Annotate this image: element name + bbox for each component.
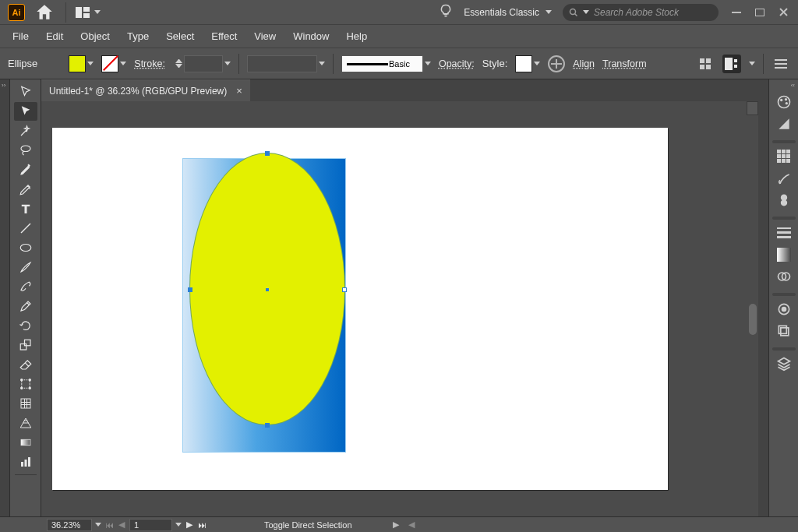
chevron-down-icon[interactable] xyxy=(175,523,182,527)
stroke-weight-spinner[interactable] xyxy=(175,59,182,68)
panel-menu-button[interactable] xyxy=(772,55,790,73)
stroke-panel-icon[interactable] xyxy=(773,223,795,243)
left-rail-stub[interactable]: ›› xyxy=(0,79,10,516)
artboard[interactable] xyxy=(52,128,668,490)
divider xyxy=(763,54,764,74)
opacity-panel-link[interactable]: Opacity: xyxy=(439,58,475,69)
svg-rect-39 xyxy=(786,154,790,158)
graphic-styles-panel-icon[interactable] xyxy=(773,321,795,341)
chevron-down-icon[interactable] xyxy=(95,523,101,527)
svg-rect-27 xyxy=(21,462,23,467)
perspective-grid-tool[interactable] xyxy=(14,414,37,432)
svg-rect-46 xyxy=(777,248,791,262)
close-tab-button[interactable]: × xyxy=(236,85,242,97)
gradient-tool[interactable] xyxy=(14,433,37,452)
arrange-documents-button[interactable] xyxy=(72,4,104,21)
brush-definition[interactable]: Basic xyxy=(341,55,431,72)
layers-panel-icon[interactable] xyxy=(773,354,795,374)
anchor-point-top[interactable] xyxy=(265,151,270,156)
maximize-button[interactable] xyxy=(751,5,768,20)
align-panel-link[interactable]: Align xyxy=(573,58,595,69)
center-point[interactable] xyxy=(266,288,269,291)
magic-wand-tool[interactable] xyxy=(14,122,37,140)
prev-artboard-button[interactable]: ◀ xyxy=(117,520,126,530)
menu-object[interactable]: Object xyxy=(72,27,118,45)
rectangle-tool[interactable] xyxy=(14,238,37,257)
gradient-panel-icon[interactable] xyxy=(773,245,795,265)
menu-type[interactable]: Type xyxy=(119,27,157,45)
canvas[interactable] xyxy=(41,101,758,516)
right-rail-gap[interactable] xyxy=(758,79,768,516)
direct-selection-tool[interactable] xyxy=(14,102,37,121)
recolor-artwork-button[interactable] xyxy=(548,55,565,72)
minimize-button[interactable] xyxy=(728,5,745,20)
style-swatch[interactable] xyxy=(515,55,532,72)
anchor-point-right[interactable] xyxy=(342,287,347,292)
artboard-nav-field[interactable]: 1 xyxy=(129,519,172,531)
color-panel-icon[interactable] xyxy=(773,92,795,112)
isolate-group-button[interactable] xyxy=(722,55,741,73)
symbols-panel-icon[interactable] xyxy=(773,190,795,210)
menu-view[interactable]: View xyxy=(246,27,284,45)
fill-control[interactable] xyxy=(69,55,94,72)
zoom-field[interactable]: 36.23% xyxy=(47,519,92,531)
lasso-tool[interactable] xyxy=(14,141,37,160)
appearance-panel-icon[interactable] xyxy=(773,299,795,319)
stroke-swatch[interactable] xyxy=(101,55,118,72)
workspace-switcher[interactable]: Essentials Classic xyxy=(464,7,552,18)
transform-panel-link[interactable]: Transform xyxy=(602,58,647,69)
horizontal-scroll-left[interactable]: ◀ xyxy=(408,520,415,530)
svg-rect-12 xyxy=(734,65,737,68)
line-segment-tool[interactable] xyxy=(14,219,37,238)
brush-field[interactable]: Basic xyxy=(341,55,423,72)
stroke-weight-field[interactable] xyxy=(184,55,223,72)
rotate-tool[interactable] xyxy=(14,316,37,335)
home-button[interactable] xyxy=(34,2,55,23)
menu-select[interactable]: Select xyxy=(158,27,202,45)
status-menu-arrow[interactable]: ▶ xyxy=(393,520,399,530)
anchor-point-bottom[interactable] xyxy=(265,423,270,428)
menu-effect[interactable]: Effect xyxy=(203,27,245,45)
last-artboard-button[interactable]: ⏭ xyxy=(197,520,207,530)
graphic-style-control[interactable] xyxy=(515,55,540,72)
stroke-control[interactable] xyxy=(101,55,126,72)
scale-tool[interactable] xyxy=(14,336,37,354)
menu-edit[interactable]: Edit xyxy=(38,27,71,45)
first-artboard-button[interactable]: ⏮ xyxy=(104,520,114,530)
transparency-panel-icon[interactable] xyxy=(773,266,795,287)
fill-swatch[interactable] xyxy=(69,55,86,72)
adobe-stock-search[interactable]: Search Adobe Stock xyxy=(563,4,719,21)
swatches-panel-icon[interactable] xyxy=(773,146,795,167)
menu-help[interactable]: Help xyxy=(338,27,375,45)
vertical-scrollbar-thumb[interactable] xyxy=(749,304,757,335)
document-tab[interactable]: Untitled-1* @ 36.23% (RGB/GPU Preview) × xyxy=(41,79,250,101)
blob-brush-tool[interactable] xyxy=(14,277,37,296)
pen-tool[interactable] xyxy=(14,160,37,179)
stroke-weight-control[interactable] xyxy=(173,55,231,72)
brushes-panel-icon[interactable] xyxy=(773,168,795,188)
anchor-point-left[interactable] xyxy=(188,287,192,292)
discover-button[interactable] xyxy=(439,4,453,20)
svg-rect-38 xyxy=(782,154,786,158)
menu-window[interactable]: Window xyxy=(285,27,337,45)
color-guide-panel-icon[interactable] xyxy=(773,114,795,134)
mesh-tool[interactable] xyxy=(14,394,37,413)
isolate-object-button[interactable] xyxy=(696,55,715,73)
column-graph-tool[interactable] xyxy=(14,453,37,471)
svg-rect-2 xyxy=(83,13,90,18)
next-artboard-button[interactable]: ▶ xyxy=(185,520,194,530)
selection-tool[interactable] xyxy=(14,83,37,101)
curvature-tool[interactable] xyxy=(14,180,37,199)
menu-file[interactable]: File xyxy=(5,27,37,45)
paintbrush-tool[interactable] xyxy=(14,258,37,277)
type-tool[interactable] xyxy=(14,199,37,218)
scroll-up-button[interactable] xyxy=(747,101,758,115)
close-button[interactable] xyxy=(775,5,792,20)
variable-width-profile[interactable] xyxy=(247,55,325,72)
eyedropper-tool[interactable] xyxy=(14,297,37,315)
stroke-panel-link[interactable]: Stroke: xyxy=(134,58,165,69)
width-profile-field[interactable] xyxy=(247,55,317,72)
free-transform-tool[interactable] xyxy=(14,375,37,393)
eraser-tool[interactable] xyxy=(14,355,37,374)
chevron-down-icon[interactable] xyxy=(749,62,755,65)
